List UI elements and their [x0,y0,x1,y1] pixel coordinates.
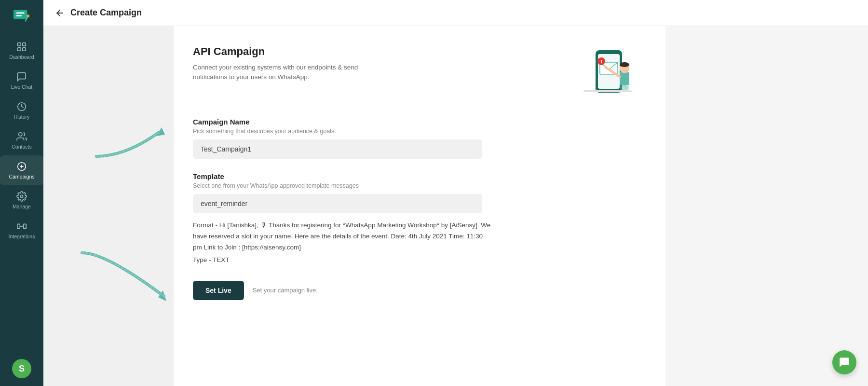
svg-point-9 [19,133,22,136]
sidebar-item-history[interactable]: History [0,96,43,125]
sidebar-item-live-chat[interactable]: Live Chat [0,66,43,96]
campaign-title: API Campaign [193,45,366,58]
sidebar-item-manage[interactable]: Manage [0,185,43,215]
svg-rect-29 [583,90,632,92]
svg-point-25 [620,85,629,90]
campaign-description: Connect your existing systems with our e… [193,63,366,83]
sidebar-item-dashboard[interactable]: Dashboard [0,36,43,66]
svg-point-3 [27,14,29,17]
template-section: Template Select one from your WhatsApp a… [193,172,637,263]
sidebar-item-contacts[interactable]: Contacts [0,125,43,155]
main-area: Create Campaign API Campaign [43,0,868,386]
campaign-header-text: API Campaign Connect your existing syste… [193,45,366,83]
back-button[interactable] [55,8,65,18]
sidebar-item-integrations[interactable]: Integrations [0,215,43,245]
svg-rect-1 [16,12,25,14]
campaign-name-input[interactable] [193,139,482,159]
campaign-illustration: 1 [569,45,637,98]
left-panel [43,26,174,386]
set-live-button[interactable]: Set Live [193,281,244,300]
template-input[interactable] [193,194,482,213]
chat-bubble-icon [838,356,851,369]
sidebar-item-live-chat-label: Live Chat [11,84,32,90]
svg-rect-26 [620,72,629,85]
svg-rect-6 [18,48,21,51]
right-panel [665,26,868,386]
campaign-name-label: Campaign Name [193,118,637,126]
campaign-header: API Campaign Connect your existing syste… [193,45,637,98]
sidebar-item-integrations-label: Integrations [9,234,35,239]
type-text: Type - TEXT [193,256,637,263]
sidebar-item-history-label: History [14,114,30,120]
set-live-hint: Set your campaign live. [253,287,318,294]
sidebar-item-campaigns-label: Campaigns [9,174,34,179]
content-area: API Campaign Connect your existing syste… [43,26,868,386]
sidebar-logo [10,5,33,28]
page-header: Create Campaign [43,0,868,26]
sidebar-item-manage-label: Manage [13,204,31,209]
page-title: Create Campaign [70,8,142,18]
svg-point-28 [620,62,629,67]
sidebar: Dashboard Live Chat History Contacts [0,0,43,386]
sidebar-item-contacts-label: Contacts [12,144,31,150]
sidebar-item-dashboard-label: Dashboard [9,54,34,60]
set-live-section: Set Live Set your campaign live. [193,281,637,300]
svg-rect-5 [23,43,26,46]
svg-rect-15 [24,224,26,228]
template-hint: Select one from your WhatsApp approved t… [193,182,637,189]
svg-rect-14 [17,224,20,228]
avatar[interactable]: S [12,359,31,378]
format-text: Format - Hi [Tanishka], 🎙 Thanks for reg… [193,220,492,253]
form-panel: API Campaign Connect your existing syste… [174,26,665,386]
svg-text:1: 1 [600,59,602,64]
svg-point-13 [20,195,23,198]
campaign-name-hint: Pick something that describes your audie… [193,128,637,135]
chat-bubble-button[interactable] [832,350,856,374]
sidebar-item-campaigns[interactable]: Campaigns [0,155,43,185]
svg-rect-2 [16,15,22,16]
svg-rect-0 [14,10,27,19]
template-label: Template [193,172,637,180]
svg-rect-4 [18,43,21,46]
svg-rect-7 [23,48,26,51]
campaign-name-section: Campaign Name Pick something that descri… [193,118,637,159]
